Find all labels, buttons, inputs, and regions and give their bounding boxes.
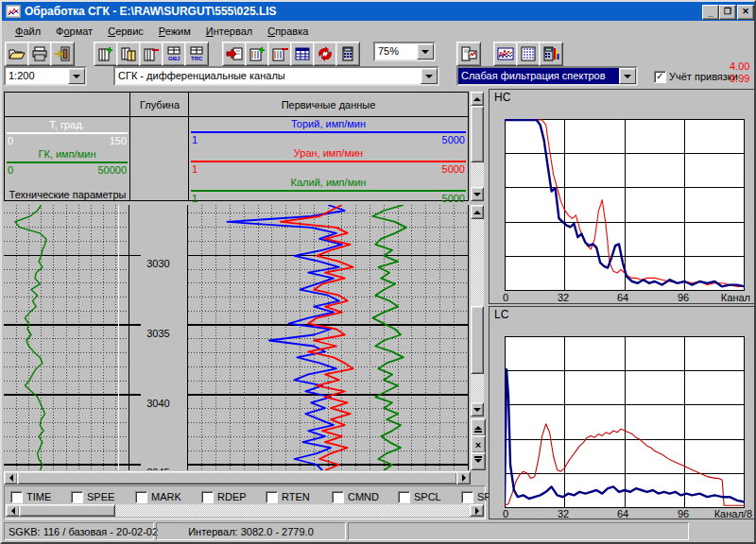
track-scroll-down-button[interactable] [471,402,484,416]
arrow-up-icon [473,207,481,214]
binding-checkbox[interactable]: ✓ [654,71,666,83]
preset-dropdown-button[interactable] [421,68,438,84]
arrow-right-icon [462,474,470,482]
scale-range-temperature: 0150 [5,135,129,146]
curve-label-potassium[interactable]: Калий, имп/мин [189,177,468,188]
curve-label-thorium[interactable]: Торий, имп/мин [189,118,468,129]
track-scroll-thumb[interactable] [471,306,484,374]
preview-button[interactable] [456,42,481,66]
channel-checkbox-rdep[interactable] [201,491,214,503]
channel-checkbox-rten[interactable] [266,491,278,503]
hc-spectrum-plot [505,119,745,291]
depth-label: 3030 [129,258,187,269]
jump-to-bottom-button[interactable] [471,452,486,470]
table-grid-icon [294,46,311,61]
printer-icon [31,46,48,61]
open-button[interactable] [5,42,29,66]
chevron-down-icon [425,75,433,82]
scale-range-potassium: 15000 [189,193,468,204]
import-arrow-doc-icon [226,46,243,61]
trc-table-button[interactable]: TRC [184,42,209,66]
chevron-down-icon [421,50,429,58]
header-scroll-up-button[interactable] [471,92,484,106]
depth-label: 3040 [129,398,187,409]
status-well-info: SGKB: 116 / базовая - 20-02-02 [4,522,154,540]
add-curve-button[interactable] [245,42,269,66]
eject-up-icon [474,422,482,430]
curve-label-gk[interactable]: ГК, имп/мин [5,148,129,160]
delete-curve-icon [271,46,288,61]
filter-select[interactable]: Слабая фильтрация спектров [456,66,638,86]
zoom-select[interactable]: 75% [373,42,436,61]
calculator-button[interactable] [335,42,360,66]
import-curves-button[interactable] [222,42,247,66]
close-button[interactable]: ✕ [737,5,754,20]
restore-button[interactable]: ❐ [719,5,736,20]
menu-item-interval[interactable]: Интервал [198,24,260,39]
channel-label: SPEE [87,491,114,502]
channel-scroll-right-button[interactable] [470,504,484,517]
curve-label-temperature[interactable]: Т, град. [5,119,129,130]
delete-column-button[interactable] [139,42,163,66]
arrow-up-icon [473,94,481,101]
primary-data-track [188,205,468,470]
checkmark-icon: ✓ [656,71,663,81]
spectra-view-button[interactable] [493,42,518,66]
compute-spectra-button[interactable] [539,42,563,66]
menu-item-help[interactable]: Справка [260,24,316,39]
hc-panel-title: HC [494,91,510,104]
channel-scroll-left-button[interactable] [6,504,20,517]
exit-button[interactable] [50,42,75,66]
track-scroll-up-button[interactable] [471,205,484,219]
menu-item-file[interactable]: Файл [8,24,48,39]
header-scroll-thumb[interactable] [471,106,484,162]
preset-select[interactable]: СГК - дифференциальные каналы [113,66,439,86]
scale-line-potassium [191,190,466,192]
track-scroll-left-button[interactable] [4,471,18,484]
hc-tick-64: 64 [617,292,628,303]
columns-view-button[interactable] [516,42,541,66]
add-column-button[interactable] [94,42,118,66]
menu-item-mode[interactable]: Режим [151,24,198,39]
track-vscrollbar[interactable] [471,205,484,416]
column-header-depth: Глубина [130,93,189,117]
menu-item-service[interactable]: Сервис [100,24,151,39]
track-hscrollbar[interactable] [4,471,470,484]
depth-label: 3035 [129,328,187,339]
header-vscrollbar[interactable] [471,92,484,201]
scale-select[interactable]: 1:200 [4,66,87,86]
channel-checkbox-time[interactable] [10,491,23,503]
svg-text:TRC: TRC [191,56,203,61]
channel-hscrollbar[interactable] [6,504,482,517]
channel-hscroll-thumb[interactable] [19,504,115,517]
obj-table-button[interactable]: OBJ [162,42,186,66]
print-button[interactable] [27,42,52,66]
header-scroll-down-button[interactable] [471,187,484,201]
channel-checkbox-spcl[interactable] [398,491,410,503]
minimize-button[interactable]: _ [702,5,719,20]
copy-column-button[interactable] [116,42,141,66]
refresh-arrows-icon [317,46,334,61]
channel-checkbox-sf[interactable] [461,491,473,503]
chevron-down-icon [73,75,80,82]
delete-curve-button[interactable] [267,42,292,66]
scale-dropdown-button[interactable] [68,68,85,84]
arrow-right-icon [475,507,483,515]
cancel-scroll-button[interactable]: × [471,435,486,453]
hc-axis-label: Канал [721,292,750,303]
zoom-dropdown-button[interactable] [417,43,434,60]
menu-item-format[interactable]: Формат [48,24,100,39]
lc-panel-title: LC [494,308,508,321]
log-track-area[interactable]: 3030 3035 3040 3045 [4,205,469,470]
recalculate-button[interactable] [313,42,337,66]
curve-label-uranium[interactable]: Уран, имп/мин [189,147,468,159]
filter-dropdown-button[interactable] [619,68,636,84]
data-table-button[interactable] [290,42,315,66]
channel-checkbox-spee[interactable] [71,491,83,503]
jump-to-top-button[interactable] [471,418,486,436]
track-hscroll-thumb[interactable] [17,471,457,484]
lc-axis-label: Канал/8 [714,508,752,519]
channel-checkbox-cmnd[interactable] [332,491,344,503]
channel-checkbox-mark[interactable] [135,491,147,503]
track-scroll-right-button[interactable] [456,471,471,484]
